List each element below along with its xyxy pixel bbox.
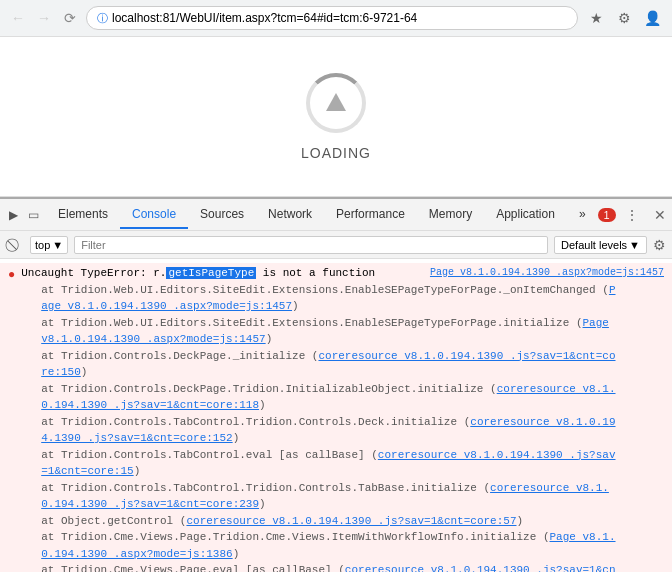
tab-console[interactable]: Console [120, 201, 188, 229]
forward-button[interactable]: → [34, 8, 54, 28]
stack-line-6: at Tridion.Controls.TabControl.eval [as … [21, 447, 664, 480]
error-text: Uncaught TypeError: r.getIsPageType is n… [21, 265, 375, 282]
clear-console-icon[interactable]: ⃠ [6, 236, 24, 254]
address-bar[interactable]: ⓘ [86, 6, 578, 30]
loading-spinner [306, 73, 366, 133]
context-label: top [35, 239, 50, 251]
devtools-panel: ▶ ▭ Elements Console Sources Network Per… [0, 197, 672, 572]
stack-line-5: at Tridion.Controls.TabControl.Tridion.C… [21, 414, 664, 447]
tab-memory[interactable]: Memory [417, 201, 484, 229]
stack-link-5[interactable]: coreresource v8.1.0.194.1390 .js?sav=1&c… [41, 416, 615, 445]
tab-network[interactable]: Network [256, 201, 324, 229]
stack-line-1: at Tridion.Web.UI.Editors.SiteEdit.Exten… [21, 282, 664, 315]
stack-link-4[interactable]: coreresource v8.1.0.194.1390 .js?sav=1&c… [41, 383, 615, 412]
tab-sources[interactable]: Sources [188, 201, 256, 229]
device-icon[interactable]: ▭ [24, 206, 42, 224]
error-source-link[interactable]: Page v8.1.0.194.1390 .aspx?mode=js:1457 [430, 265, 664, 280]
devtools-close-icon[interactable]: ✕ [648, 203, 672, 227]
stack-line-10: at Tridion.Cme.Views.Page.eval [as callB… [21, 562, 664, 572]
tab-application[interactable]: Application [484, 201, 567, 229]
error-count-badge: 1 [598, 208, 616, 222]
stack-link-7[interactable]: coreresource v8.1.0.194.1390 .js?sav=1&c… [41, 482, 609, 511]
stack-link-1[interactable]: Page v8.1.0.194.1390 .aspx?mode=js:1457 [41, 284, 615, 313]
console-toolbar: ⃠ top ▼ Default levels ▼ ⚙ [0, 231, 672, 259]
bookmark-icon[interactable]: ★ [584, 6, 608, 30]
levels-label: Default levels [561, 239, 627, 251]
console-settings-icon[interactable]: ⚙ [653, 237, 666, 253]
tab-performance[interactable]: Performance [324, 201, 417, 229]
extensions-icon[interactable]: ⚙ [612, 6, 636, 30]
browser-chrome: ← → ⟳ ⓘ ★ ⚙ 👤 [0, 0, 672, 37]
stack-line-7: at Tridion.Controls.TabControl.Tridion.C… [21, 480, 664, 513]
stack-link-6[interactable]: coreresource v8.1.0.194.1390 .js?sav=1&c… [41, 449, 615, 478]
stack-link-9[interactable]: Page v8.1.0.194.1390 .aspx?mode=js:1386 [41, 531, 615, 560]
inspect-element-icon[interactable]: ▶ [4, 206, 22, 224]
lock-icon: ⓘ [97, 11, 108, 26]
browser-toolbar: ← → ⟳ ⓘ ★ ⚙ 👤 [0, 0, 672, 36]
stack-line-4: at Tridion.Controls.DeckPage.Tridion.Ini… [21, 381, 664, 414]
main-content: LOADING [0, 37, 672, 197]
profile-icon[interactable]: 👤 [640, 6, 664, 30]
devtools-tab-icons: ▶ ▭ [4, 206, 42, 224]
context-selector[interactable]: top ▼ [30, 236, 68, 254]
stack-line-9: at Tridion.Cme.Views.Page.Tridion.Cme.Vi… [21, 529, 664, 562]
console-output: ● Uncaught TypeError: r.getIsPageType is… [0, 259, 672, 572]
error-entry-icon: ● [8, 266, 15, 284]
levels-selector[interactable]: Default levels ▼ [554, 236, 647, 254]
console-error-entry: ● Uncaught TypeError: r.getIsPageType is… [0, 263, 672, 572]
stack-line-2: at Tridion.Web.UI.Editors.SiteEdit.Exten… [21, 315, 664, 348]
devtools-more-icon[interactable]: ⋮ [620, 203, 644, 227]
tab-more[interactable]: » [567, 201, 598, 229]
tab-elements[interactable]: Elements [46, 201, 120, 229]
context-dropdown-icon: ▼ [52, 239, 63, 251]
devtools-tabs: ▶ ▭ Elements Console Sources Network Per… [0, 199, 672, 231]
stack-link-2[interactable]: Pagev8.1.0.194.1390 .aspx?mode=js:1457 [41, 317, 609, 346]
stack-link-8[interactable]: coreresource v8.1.0.194.1390 .js?sav=1&c… [186, 515, 516, 527]
devtools-right: 1 ⋮ ✕ [598, 203, 672, 227]
reload-button[interactable]: ⟳ [60, 8, 80, 28]
svg-marker-0 [326, 93, 346, 111]
stack-line-3: at Tridion.Controls.DeckPage._initialize… [21, 348, 664, 381]
spinner-icon [322, 89, 350, 117]
filter-input[interactable] [74, 236, 548, 254]
console-message: Uncaught TypeError: r.getIsPageType is n… [21, 265, 664, 572]
url-input[interactable] [112, 11, 567, 25]
stack-link-3[interactable]: coreresource v8.1.0.194.1390 .js?sav=1&c… [41, 350, 615, 379]
highlight-get-is-page-type: getIsPageType [166, 267, 256, 279]
stack-link-10[interactable]: coreresource v8.1.0.194.1390 .js?sav=1&c… [41, 564, 615, 572]
levels-dropdown-icon: ▼ [629, 239, 640, 251]
error-first-line: Uncaught TypeError: r.getIsPageType is n… [21, 265, 664, 282]
stack-line-8: at Object.getControl (coreresource v8.1.… [21, 513, 664, 530]
back-button[interactable]: ← [8, 8, 28, 28]
loading-text: LOADING [301, 145, 371, 161]
toolbar-icons: ★ ⚙ 👤 [584, 6, 664, 30]
